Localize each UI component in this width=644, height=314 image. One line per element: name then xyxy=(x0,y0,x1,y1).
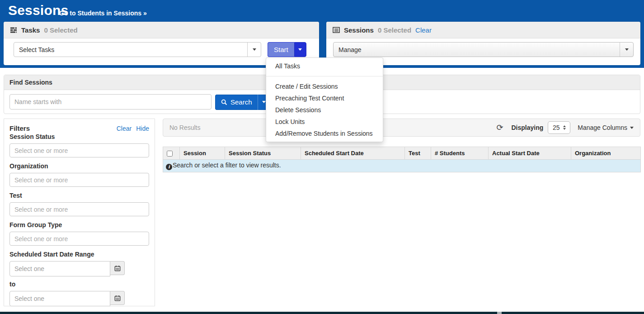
sessions-table: Session Session Status Scheduled Start D… xyxy=(163,147,641,172)
refresh-icon[interactable]: ⟳ xyxy=(496,124,503,132)
sessions-panel-header: Sessions 0 Selected Clear xyxy=(326,22,640,38)
session-status-filter-input[interactable] xyxy=(9,143,149,157)
manage-columns-button[interactable]: Manage Columns xyxy=(578,124,634,131)
sessions-selected-count: 0 Selected xyxy=(378,26,411,34)
page-size-value: 25 xyxy=(553,124,560,131)
info-row: iSearch or select a filter to view resul… xyxy=(163,160,641,172)
sessions-panel-body: Manage xyxy=(326,38,640,57)
tasks-panel-header: Tasks 0 Selected xyxy=(4,22,319,38)
form-group-type-filter-input[interactable] xyxy=(9,232,149,246)
chevron-down-icon xyxy=(630,127,634,129)
filters-hide-link[interactable]: Hide xyxy=(136,125,149,132)
stepper-arrows-icon xyxy=(563,125,566,130)
column-header-test[interactable]: Test xyxy=(405,147,431,160)
info-message-cell: iSearch or select a filter to view resul… xyxy=(163,160,641,172)
scrollbar-thumb[interactable] xyxy=(497,312,502,314)
column-header-actual-start-date[interactable]: Actual Start Date xyxy=(489,147,571,160)
tasks-icon xyxy=(10,26,17,33)
start-split-button: Start xyxy=(268,42,306,57)
sessions-list-icon xyxy=(333,26,340,33)
results-area: No Results ⟳ Displaying 25 Manage Column… xyxy=(163,119,640,172)
tasks-panel-title: Tasks xyxy=(21,26,40,34)
start-date-from-group xyxy=(9,261,149,276)
search-button[interactable]: Search xyxy=(215,95,258,110)
chevron-down-icon xyxy=(298,48,302,51)
start-button[interactable]: Start xyxy=(268,42,294,57)
sessions-panel-title: Sessions xyxy=(344,26,374,34)
column-header-organization[interactable]: Organization xyxy=(571,147,641,160)
menu-item-all-tasks[interactable]: All Tasks xyxy=(266,60,383,72)
filters-panel: Filters Clear Hide Session Status Organi… xyxy=(4,119,155,306)
info-message: Search or select a filter to view result… xyxy=(173,162,281,169)
column-header-scheduled-start-date[interactable]: Scheduled Start Date xyxy=(301,147,405,160)
table-header-row: Session Session Status Scheduled Start D… xyxy=(163,147,641,160)
menu-divider xyxy=(266,76,383,76)
filters-title: Filters xyxy=(9,124,30,132)
manage-dropdown[interactable]: Manage xyxy=(333,42,634,57)
start-date-to-input[interactable] xyxy=(9,291,110,306)
students-in-sessions-link[interactable]: Go to Students in Sessions » xyxy=(59,10,147,17)
filter-label-organization: Organization xyxy=(9,162,149,170)
test-filter-input[interactable] xyxy=(9,202,149,216)
tasks-dropdown-menu: All Tasks Create / Edit Sessions Precach… xyxy=(266,57,383,142)
filter-label-session-status: Session Status xyxy=(9,133,149,140)
chevron-down-icon xyxy=(620,43,633,57)
column-header-num-students[interactable]: # Students xyxy=(431,147,489,160)
filter-label-scheduled-start-date-range: Scheduled Start Date Range xyxy=(9,251,149,258)
no-results-label: No Results xyxy=(169,124,200,131)
column-header-session[interactable]: Session xyxy=(180,147,225,160)
search-split-button: Search xyxy=(215,95,270,109)
menu-item-add-remove-students[interactable]: Add/Remove Students in Sessions xyxy=(266,128,383,139)
manage-dropdown-value: Manage xyxy=(334,43,620,57)
info-icon: i xyxy=(166,164,172,170)
filter-label-to: to xyxy=(9,281,149,288)
select-tasks-value: Select Tasks xyxy=(14,43,247,57)
sessions-clear-link[interactable]: Clear xyxy=(415,26,432,34)
menu-item-create-edit-sessions[interactable]: Create / Edit Sessions xyxy=(266,81,383,92)
select-tasks-dropdown[interactable]: Select Tasks xyxy=(14,42,261,57)
calendar-icon-button[interactable] xyxy=(110,261,125,275)
chevron-down-icon xyxy=(247,43,261,57)
column-header-session-status[interactable]: Session Status xyxy=(225,147,301,160)
calendar-icon xyxy=(114,265,121,271)
organization-filter-input[interactable] xyxy=(9,173,149,187)
search-button-label: Search xyxy=(230,98,252,106)
start-date-to-group xyxy=(9,291,149,306)
session-name-input[interactable] xyxy=(9,94,212,109)
results-toolbar: No Results ⟳ Displaying 25 Manage Column… xyxy=(163,119,640,137)
menu-item-lock-units[interactable]: Lock Units xyxy=(266,116,383,128)
manage-columns-label: Manage Columns xyxy=(578,124,627,131)
calendar-icon-button[interactable] xyxy=(110,291,125,305)
filter-label-test: Test xyxy=(9,192,149,199)
menu-item-precaching-test-content[interactable]: Precaching Test Content xyxy=(266,92,383,104)
menu-item-delete-sessions[interactable]: Delete Sessions xyxy=(266,104,383,116)
select-all-checkbox[interactable] xyxy=(167,151,173,157)
bottom-bar xyxy=(0,312,644,314)
calendar-icon xyxy=(114,295,121,301)
page-size-select[interactable]: 25 xyxy=(548,121,570,134)
filters-header: Filters Clear Hide xyxy=(9,124,149,132)
filter-label-form-group-type: Form Group Type xyxy=(9,221,149,228)
filters-clear-link[interactable]: Clear xyxy=(117,125,132,132)
tasks-panel-body: Select Tasks Start xyxy=(4,38,319,57)
tasks-selected-count: 0 Selected xyxy=(44,26,77,34)
search-icon xyxy=(221,99,227,105)
displaying-label: Displaying xyxy=(511,124,543,131)
start-date-from-input[interactable] xyxy=(9,261,110,276)
start-dropdown-toggle[interactable] xyxy=(294,42,306,57)
chevron-down-icon xyxy=(262,101,266,103)
